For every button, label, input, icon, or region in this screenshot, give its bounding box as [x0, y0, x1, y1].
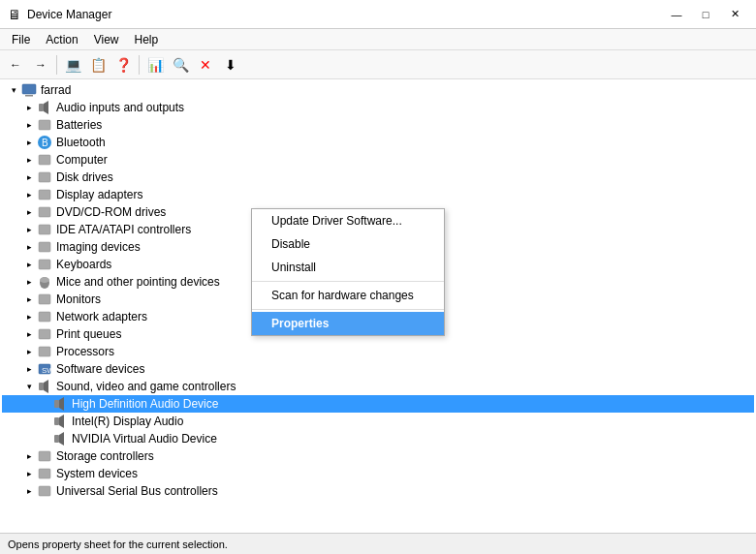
ctx-properties[interactable]: Properties: [252, 312, 444, 335]
title-bar-left: 🖥 Device Manager: [8, 7, 111, 22]
maximize-button[interactable]: □: [692, 5, 719, 24]
menu-action[interactable]: Action: [38, 31, 85, 48]
tree-icon-nvidia-audio: [52, 431, 68, 446]
app-icon: 🖥: [8, 7, 21, 22]
tree-item-batteries[interactable]: Batteries: [2, 116, 754, 134]
tree-label-network: Network adapters: [54, 310, 147, 323]
svg-marker-27: [59, 415, 64, 428]
tree-item-computer[interactable]: Computer: [2, 151, 754, 169]
tree-icon-sysdevices: [37, 466, 52, 481]
ctx-uninstall[interactable]: Uninstall: [252, 256, 444, 279]
ctx-disable[interactable]: Disable: [252, 232, 444, 256]
expand-icon-sysdevices[interactable]: [21, 466, 37, 481]
tree-item-processors[interactable]: Processors: [2, 343, 754, 360]
svg-marker-3: [44, 101, 48, 114]
svg-rect-7: [39, 155, 50, 165]
close-button[interactable]: ✕: [721, 5, 748, 24]
expand-icon-imaging[interactable]: [21, 239, 37, 255]
svg-rect-17: [39, 312, 50, 322]
help-button[interactable]: ❓: [111, 53, 135, 77]
properties-button[interactable]: 📋: [86, 53, 110, 77]
svg-marker-29: [59, 432, 64, 446]
expand-icon-audio[interactable]: [21, 100, 37, 115]
svg-rect-30: [39, 451, 50, 461]
tree-icon-ide: [37, 222, 52, 237]
tree-item-bluetooth[interactable]: BBluetooth: [2, 134, 754, 151]
tree-label-intel-audio: Intel(R) Display Audio: [70, 415, 183, 428]
expand-icon-bluetooth[interactable]: [21, 135, 37, 150]
tree-item-software[interactable]: SWSoftware devices: [2, 360, 754, 378]
tree-icon-mice: [37, 274, 52, 290]
tree-label-usb: Universal Serial Bus controllers: [54, 484, 218, 498]
menu-help[interactable]: Help: [127, 31, 167, 48]
expand-icon-displayadapters[interactable]: [21, 187, 37, 202]
ctx-separator-2: [252, 309, 444, 310]
expand-icon-printq[interactable]: [21, 326, 37, 342]
ctx-scan-hardware[interactable]: Scan for hardware changes: [252, 284, 444, 307]
ctx-update-driver[interactable]: Update Driver Software...: [252, 209, 444, 232]
title-bar: 🖥 Device Manager — □ ✕: [0, 0, 756, 29]
svg-text:SW: SW: [42, 366, 52, 375]
tree-item-intel-audio[interactable]: Intel(R) Display Audio: [2, 413, 754, 430]
expand-icon-mice[interactable]: [21, 274, 37, 290]
expand-icon-sound[interactable]: [21, 379, 37, 394]
tree-item-sysdevices[interactable]: System devices: [2, 465, 754, 482]
expand-icon-hd-audio[interactable]: [37, 396, 52, 412]
expand-icon-usb[interactable]: [21, 483, 37, 499]
tree-label-processors: Processors: [54, 345, 114, 358]
svg-rect-8: [39, 172, 50, 182]
tree-icon-processors: [37, 344, 52, 359]
tree-item-storage[interactable]: Storage controllers: [2, 447, 754, 465]
tree-icon-hd-audio: [52, 396, 68, 412]
update-button[interactable]: ⬇: [219, 53, 242, 77]
tree-label-storage: Storage controllers: [54, 449, 154, 463]
expand-icon-diskdrives[interactable]: [21, 169, 37, 185]
expand-icon-dvd[interactable]: [21, 204, 37, 220]
expand-icon-batteries[interactable]: [21, 117, 37, 133]
expand-icon-nvidia-audio[interactable]: [37, 431, 52, 446]
expand-icon-monitors[interactable]: [21, 292, 37, 307]
menu-bar: File Action View Help: [0, 29, 756, 50]
tree-item-sound[interactable]: Sound, video and game controllers: [2, 378, 754, 395]
tree-item-nvidia-audio[interactable]: NVIDIA Virtual Audio Device: [2, 430, 754, 447]
menu-view[interactable]: View: [86, 31, 127, 48]
expand-icon-keyboards[interactable]: [21, 257, 37, 272]
svg-rect-31: [39, 469, 50, 478]
expand-icon-ide[interactable]: [21, 222, 37, 237]
tree-icon-monitors: [37, 292, 52, 307]
svg-rect-9: [39, 190, 50, 200]
expand-icon-network[interactable]: [21, 309, 37, 324]
tree-label-monitors: Monitors: [54, 292, 101, 306]
expand-icon-storage[interactable]: [21, 448, 37, 464]
tree-item-audio[interactable]: Audio inputs and outputs: [2, 99, 754, 116]
tree-icon-software: SW: [37, 361, 52, 377]
ctx-separator: [252, 281, 444, 282]
expand-icon-software[interactable]: [21, 361, 37, 377]
title-controls: — □ ✕: [663, 5, 748, 24]
status-text: Opens property sheet for the current sel…: [8, 539, 228, 550]
tree-label-imaging: Imaging devices: [54, 240, 141, 254]
search-button[interactable]: 🔍: [169, 53, 192, 77]
tree-item-hd-audio[interactable]: High Definition Audio Device: [2, 395, 754, 413]
tree-icon-dvd: [37, 204, 52, 220]
expand-icon-farrad[interactable]: [6, 82, 21, 98]
tree-label-computer: Computer: [54, 153, 108, 167]
svg-rect-13: [39, 260, 50, 269]
minimize-button[interactable]: —: [663, 5, 690, 24]
tree-item-usb[interactable]: Universal Serial Bus controllers: [2, 482, 754, 500]
expand-icon-computer[interactable]: [21, 152, 37, 168]
export-button[interactable]: 📊: [143, 53, 167, 77]
tree-item-displayadapters[interactable]: Display adapters: [2, 186, 754, 203]
context-menu: Update Driver Software... Disable Uninst…: [251, 208, 445, 336]
computer-button[interactable]: 💻: [61, 53, 84, 77]
expand-icon-intel-audio[interactable]: [37, 414, 52, 429]
tree-icon-imaging: [37, 239, 52, 255]
tree-item-diskdrives[interactable]: Disk drives: [2, 169, 754, 186]
expand-icon-processors[interactable]: [21, 344, 37, 359]
tree-item-farrad[interactable]: farrad: [2, 81, 754, 99]
menu-file[interactable]: File: [4, 31, 38, 48]
remove-button[interactable]: ✕: [194, 53, 217, 77]
back-button[interactable]: ←: [4, 53, 27, 77]
status-bar: Opens property sheet for the current sel…: [0, 533, 756, 554]
forward-button[interactable]: →: [29, 53, 52, 77]
